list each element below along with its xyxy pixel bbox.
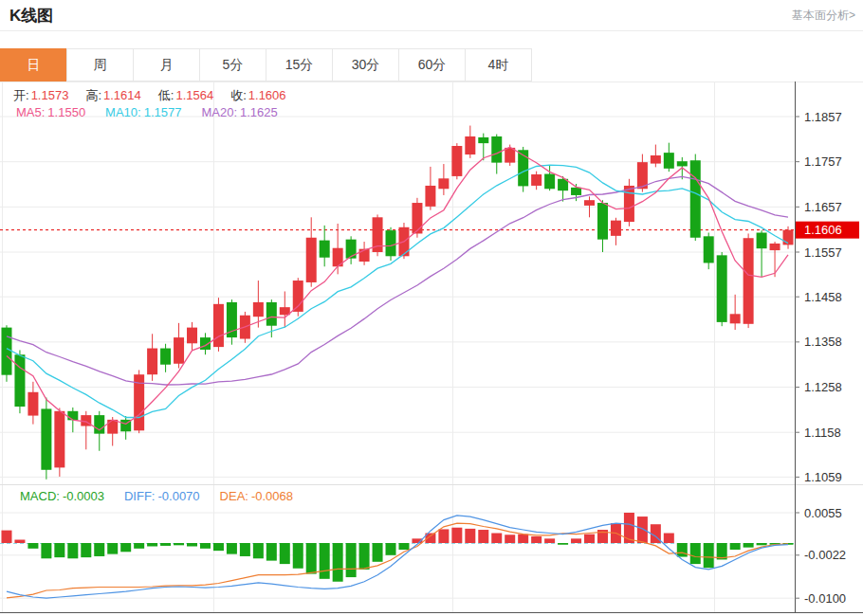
candle — [213, 298, 224, 352]
tab-30min[interactable]: 30分 — [332, 48, 399, 82]
candle — [624, 179, 634, 226]
tab-day[interactable]: 日 — [0, 48, 67, 82]
candle — [134, 370, 144, 433]
candle — [81, 411, 91, 450]
candle — [465, 126, 475, 158]
svg-text:1.1059: 1.1059 — [804, 470, 842, 484]
candle — [651, 145, 661, 168]
chart-area: 1.18571.17571.16571.15571.14581.13581.12… — [0, 82, 863, 615]
svg-text:1.1158: 1.1158 — [804, 426, 841, 440]
candle — [320, 226, 330, 266]
svg-text:0.0055: 0.0055 — [804, 506, 842, 520]
tab-week[interactable]: 周 — [66, 48, 134, 82]
candle — [757, 230, 767, 277]
candle — [346, 236, 357, 264]
candle — [744, 233, 754, 328]
candle — [174, 323, 184, 369]
candle — [306, 217, 317, 286]
diff-line — [7, 516, 788, 598]
tab-60min[interactable]: 60分 — [398, 48, 466, 82]
candle — [120, 416, 131, 440]
candle — [451, 143, 462, 179]
candle — [1, 325, 11, 382]
candle — [227, 299, 237, 345]
price-axis-labels: 1.18571.17571.16571.15571.14581.13581.12… — [795, 110, 842, 484]
svg-text:-0.0100: -0.0100 — [804, 591, 846, 606]
svg-text:1.1657: 1.1657 — [804, 200, 842, 214]
candle — [14, 350, 25, 413]
tab-month[interactable]: 月 — [133, 48, 200, 82]
candle — [730, 295, 741, 330]
svg-text:1.1757: 1.1757 — [804, 154, 842, 169]
tab-5min[interactable]: 5分 — [199, 48, 266, 82]
candle — [187, 322, 197, 351]
svg-text:1.1857: 1.1857 — [804, 110, 842, 124]
candle — [160, 344, 171, 372]
candle — [54, 408, 64, 476]
candle — [94, 411, 104, 451]
tab-4hour[interactable]: 4时 — [465, 48, 532, 82]
fundamental-analysis-link[interactable]: 基本面分析> — [792, 8, 855, 24]
svg-text:1.1606: 1.1606 — [804, 223, 842, 237]
svg-text:1.1358: 1.1358 — [804, 335, 842, 349]
candle — [28, 382, 38, 425]
tab-15min[interactable]: 15分 — [266, 48, 333, 82]
axis-frame — [0, 82, 863, 613]
candle — [359, 242, 370, 265]
candle — [147, 334, 157, 381]
macd-axis-labels: 0.0055-0.0022-0.0100 — [795, 506, 846, 606]
current-price-badge: 1.1606 — [796, 222, 859, 239]
candle — [41, 398, 51, 480]
page-title: K线图 — [9, 5, 53, 27]
candle — [664, 143, 674, 172]
ma20-line — [7, 176, 788, 385]
svg-text:1.1458: 1.1458 — [804, 290, 842, 304]
grid-lines — [0, 82, 863, 612]
svg-text:-0.0022: -0.0022 — [804, 548, 846, 562]
page-header: K线图 基本面分析> — [0, 0, 863, 31]
candle — [597, 200, 608, 252]
candle — [412, 198, 422, 238]
candle — [373, 214, 383, 256]
candle — [704, 233, 714, 270]
svg-text:1.1258: 1.1258 — [804, 380, 842, 394]
macd-histogram — [1, 513, 793, 582]
svg-text:1.1557: 1.1557 — [804, 245, 842, 260]
candle — [690, 154, 701, 242]
kline-chart-canvas[interactable]: 1.18571.17571.16571.15571.14581.13581.12… — [0, 82, 863, 615]
candle — [531, 172, 542, 190]
candle — [438, 164, 449, 195]
candlestick-series — [1, 126, 793, 480]
candle — [425, 167, 435, 210]
candle — [717, 252, 727, 326]
candle — [611, 218, 621, 245]
interval-tabs: 日 周 月 5分 15分 30分 60分 4时 — [0, 48, 863, 82]
candle — [770, 242, 780, 277]
candle — [293, 278, 303, 317]
